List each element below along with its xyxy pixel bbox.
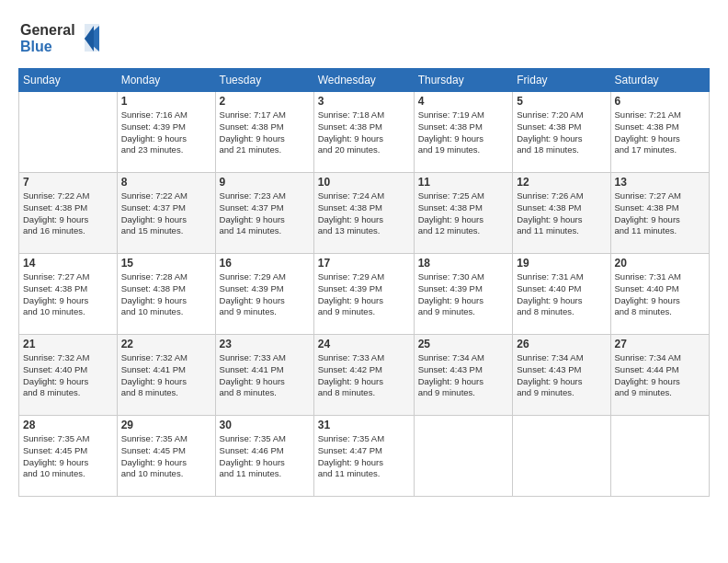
calendar-body: 1Sunrise: 7:16 AMSunset: 4:39 PMDaylight…	[19, 92, 710, 497]
day-number: 16	[220, 257, 310, 270]
calendar-day-cell: 8Sunrise: 7:22 AMSunset: 4:37 PMDaylight…	[117, 173, 215, 254]
header-day: Monday	[117, 69, 215, 92]
calendar-day-cell: 26Sunrise: 7:34 AMSunset: 4:43 PMDayligh…	[513, 335, 610, 416]
day-number: 14	[23, 257, 113, 270]
day-number: 6	[615, 95, 705, 108]
calendar-day-cell: 20Sunrise: 7:31 AMSunset: 4:40 PMDayligh…	[610, 254, 709, 335]
day-info: Sunrise: 7:22 AMSunset: 4:37 PMDaylight:…	[121, 190, 211, 237]
day-number: 9	[220, 176, 310, 189]
calendar-day-cell: 25Sunrise: 7:34 AMSunset: 4:43 PMDayligh…	[414, 335, 513, 416]
logo: General Blue	[18, 17, 101, 61]
svg-text:Blue: Blue	[20, 39, 52, 54]
calendar-day-cell: 15Sunrise: 7:28 AMSunset: 4:38 PMDayligh…	[117, 254, 215, 335]
calendar-day-cell: 2Sunrise: 7:17 AMSunset: 4:38 PMDaylight…	[215, 92, 313, 173]
day-number: 5	[517, 95, 606, 108]
day-info: Sunrise: 7:29 AMSunset: 4:39 PMDaylight:…	[318, 271, 410, 318]
calendar-day-cell	[610, 416, 709, 497]
calendar-day-cell: 12Sunrise: 7:26 AMSunset: 4:38 PMDayligh…	[513, 173, 610, 254]
day-info: Sunrise: 7:35 AMSunset: 4:45 PMDaylight:…	[23, 433, 113, 480]
day-number: 11	[418, 176, 509, 189]
calendar-table: SundayMondayTuesdayWednesdayThursdayFrid…	[18, 68, 710, 497]
calendar-week-row: 7Sunrise: 7:22 AMSunset: 4:38 PMDaylight…	[19, 173, 710, 254]
day-info: Sunrise: 7:21 AMSunset: 4:38 PMDaylight:…	[615, 109, 705, 156]
calendar-day-cell: 30Sunrise: 7:35 AMSunset: 4:46 PMDayligh…	[215, 416, 313, 497]
day-number: 10	[318, 176, 410, 189]
day-info: Sunrise: 7:35 AMSunset: 4:47 PMDaylight:…	[318, 433, 410, 480]
day-number: 27	[615, 338, 705, 350]
day-info: Sunrise: 7:24 AMSunset: 4:38 PMDaylight:…	[318, 190, 410, 237]
header-day: Thursday	[414, 69, 513, 92]
day-info: Sunrise: 7:18 AMSunset: 4:38 PMDaylight:…	[318, 109, 410, 156]
calendar-day-cell: 23Sunrise: 7:33 AMSunset: 4:41 PMDayligh…	[215, 335, 313, 416]
day-info: Sunrise: 7:19 AMSunset: 4:38 PMDaylight:…	[418, 109, 509, 156]
day-info: Sunrise: 7:32 AMSunset: 4:41 PMDaylight:…	[121, 352, 211, 399]
day-info: Sunrise: 7:34 AMSunset: 4:43 PMDaylight:…	[418, 352, 509, 399]
calendar-header: SundayMondayTuesdayWednesdayThursdayFrid…	[19, 69, 710, 92]
day-number: 12	[517, 176, 606, 189]
header-row: SundayMondayTuesdayWednesdayThursdayFrid…	[19, 69, 710, 92]
calendar-day-cell: 6Sunrise: 7:21 AMSunset: 4:38 PMDaylight…	[610, 92, 709, 173]
day-info: Sunrise: 7:33 AMSunset: 4:42 PMDaylight:…	[318, 352, 410, 399]
day-number: 26	[517, 338, 606, 350]
day-number: 18	[418, 257, 509, 270]
day-number: 24	[318, 338, 410, 350]
day-info: Sunrise: 7:23 AMSunset: 4:37 PMDaylight:…	[220, 190, 310, 237]
day-number: 21	[23, 338, 113, 350]
page: General Blue SundayMondayTuesdayWednesda…	[0, 0, 728, 563]
calendar-day-cell: 13Sunrise: 7:27 AMSunset: 4:38 PMDayligh…	[610, 173, 709, 254]
calendar-day-cell: 31Sunrise: 7:35 AMSunset: 4:47 PMDayligh…	[313, 416, 414, 497]
day-number: 28	[23, 419, 113, 431]
calendar-day-cell	[414, 416, 513, 497]
day-number: 31	[318, 419, 410, 431]
calendar-day-cell: 17Sunrise: 7:29 AMSunset: 4:39 PMDayligh…	[313, 254, 414, 335]
day-info: Sunrise: 7:34 AMSunset: 4:44 PMDaylight:…	[615, 352, 705, 399]
calendar-week-row: 1Sunrise: 7:16 AMSunset: 4:39 PMDaylight…	[19, 92, 710, 173]
day-info: Sunrise: 7:31 AMSunset: 4:40 PMDaylight:…	[517, 271, 606, 318]
day-info: Sunrise: 7:35 AMSunset: 4:46 PMDaylight:…	[220, 433, 310, 480]
day-info: Sunrise: 7:25 AMSunset: 4:38 PMDaylight:…	[418, 190, 509, 237]
day-info: Sunrise: 7:28 AMSunset: 4:38 PMDaylight:…	[121, 271, 211, 318]
day-number: 3	[318, 95, 410, 108]
day-number: 22	[121, 338, 211, 350]
day-info: Sunrise: 7:29 AMSunset: 4:39 PMDaylight:…	[220, 271, 310, 318]
calendar-day-cell: 7Sunrise: 7:22 AMSunset: 4:38 PMDaylight…	[19, 173, 118, 254]
day-number: 30	[220, 419, 310, 431]
calendar-day-cell: 24Sunrise: 7:33 AMSunset: 4:42 PMDayligh…	[313, 335, 414, 416]
day-number: 2	[220, 95, 310, 108]
day-number: 23	[220, 338, 310, 350]
day-info: Sunrise: 7:34 AMSunset: 4:43 PMDaylight:…	[517, 352, 606, 399]
svg-text:General: General	[20, 22, 75, 38]
header-day: Sunday	[19, 69, 118, 92]
day-number: 1	[121, 95, 211, 108]
day-info: Sunrise: 7:26 AMSunset: 4:38 PMDaylight:…	[517, 190, 606, 237]
day-info: Sunrise: 7:27 AMSunset: 4:38 PMDaylight:…	[23, 271, 113, 318]
calendar-day-cell: 4Sunrise: 7:19 AMSunset: 4:38 PMDaylight…	[414, 92, 513, 173]
header-day: Wednesday	[313, 69, 414, 92]
calendar-week-row: 21Sunrise: 7:32 AMSunset: 4:40 PMDayligh…	[19, 335, 710, 416]
calendar-week-row: 14Sunrise: 7:27 AMSunset: 4:38 PMDayligh…	[19, 254, 710, 335]
day-number: 25	[418, 338, 509, 350]
day-number: 15	[121, 257, 211, 270]
day-number: 4	[418, 95, 509, 108]
day-number: 19	[517, 257, 606, 270]
calendar-day-cell	[19, 92, 118, 173]
day-info: Sunrise: 7:27 AMSunset: 4:38 PMDaylight:…	[615, 190, 705, 237]
calendar-day-cell	[513, 416, 610, 497]
header-day: Tuesday	[215, 69, 313, 92]
day-number: 17	[318, 257, 410, 270]
day-info: Sunrise: 7:32 AMSunset: 4:40 PMDaylight:…	[23, 352, 113, 399]
calendar-day-cell: 27Sunrise: 7:34 AMSunset: 4:44 PMDayligh…	[610, 335, 709, 416]
header-day: Saturday	[610, 69, 709, 92]
day-info: Sunrise: 7:33 AMSunset: 4:41 PMDaylight:…	[220, 352, 310, 399]
calendar-day-cell: 10Sunrise: 7:24 AMSunset: 4:38 PMDayligh…	[313, 173, 414, 254]
calendar-day-cell: 14Sunrise: 7:27 AMSunset: 4:38 PMDayligh…	[19, 254, 118, 335]
calendar-day-cell: 28Sunrise: 7:35 AMSunset: 4:45 PMDayligh…	[19, 416, 118, 497]
calendar-day-cell: 29Sunrise: 7:35 AMSunset: 4:45 PMDayligh…	[117, 416, 215, 497]
day-number: 20	[615, 257, 705, 270]
day-info: Sunrise: 7:17 AMSunset: 4:38 PMDaylight:…	[220, 109, 310, 156]
day-info: Sunrise: 7:20 AMSunset: 4:38 PMDaylight:…	[517, 109, 606, 156]
day-info: Sunrise: 7:35 AMSunset: 4:45 PMDaylight:…	[121, 433, 211, 480]
header-day: Friday	[513, 69, 610, 92]
day-number: 8	[121, 176, 211, 189]
day-info: Sunrise: 7:30 AMSunset: 4:39 PMDaylight:…	[418, 271, 509, 318]
